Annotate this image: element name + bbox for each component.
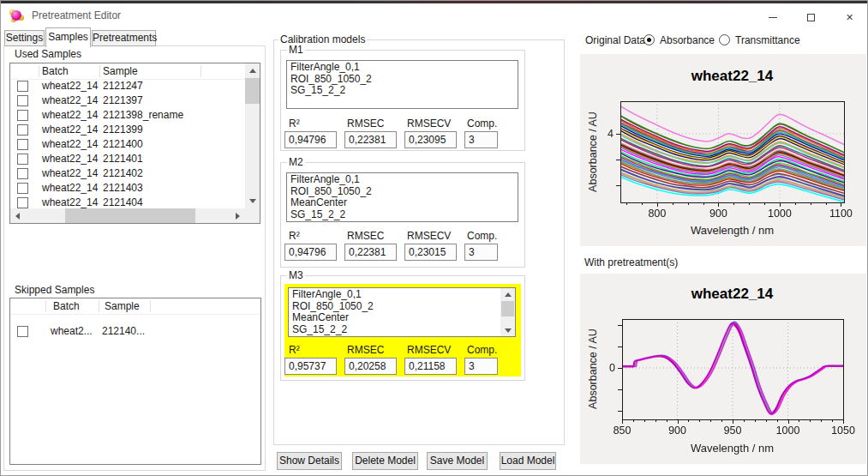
m1-rmsec-value[interactable]: 0,22381 bbox=[344, 131, 397, 148]
table-row[interactable]: wheat22_142121401 bbox=[10, 152, 245, 166]
save-model-button[interactable]: Save Model bbox=[427, 452, 488, 470]
skipped-samples-label: Skipped Samples bbox=[13, 284, 96, 296]
tab-settings[interactable]: Settings bbox=[4, 30, 45, 46]
m2-rmsecv-value[interactable]: 0,23015 bbox=[404, 244, 457, 261]
model-m3-pretreatment-list[interactable]: FilterAngle_0,1ROI_850_1050_2MeanCenterS… bbox=[288, 287, 516, 337]
minimize-icon bbox=[769, 17, 777, 18]
skipped-samples-header: Batch Sample bbox=[10, 298, 260, 314]
row-checkbox[interactable] bbox=[17, 326, 28, 337]
original-data-label: Original Data bbox=[585, 34, 645, 46]
used-samples-list[interactable]: Batch Sample wheat22_142121247wheat22_14… bbox=[9, 63, 260, 224]
show-details-button[interactable]: Show Details bbox=[277, 452, 342, 470]
model-m2-pretreatment-list[interactable]: FilterAngle_0,1ROI_850_1050_2MeanCenterS… bbox=[286, 172, 518, 222]
tab-pretreatments[interactable]: Pretreatments bbox=[92, 30, 156, 46]
transmittance-radio[interactable] bbox=[719, 34, 730, 45]
hscroll-thumb[interactable] bbox=[65, 208, 195, 223]
titlebar[interactable]: Pretreatment Editor ✕ bbox=[1, 3, 867, 27]
skipped-samples-rows: wheat2...212140... bbox=[10, 321, 260, 464]
sample-cell: 2121399 bbox=[103, 123, 143, 137]
sample-cell: 2121401 bbox=[103, 152, 143, 166]
rmsec-label: RMSEC bbox=[347, 117, 384, 130]
scroll-down-button[interactable] bbox=[500, 324, 515, 336]
batch-cell: wheat22_14 bbox=[42, 181, 98, 196]
m3-comp-value[interactable]: 3 bbox=[464, 358, 498, 375]
original-spectra-plot bbox=[601, 95, 858, 224]
batch-cell: wheat22_14 bbox=[42, 93, 98, 108]
absorbance-radio-label[interactable]: Absorbance bbox=[660, 34, 715, 46]
r2-label: R² bbox=[289, 117, 300, 130]
row-checkbox[interactable] bbox=[17, 183, 28, 194]
batch-cell: wheat22_14 bbox=[42, 166, 98, 181]
rmsecv-label: RMSECV bbox=[407, 344, 451, 356]
table-row[interactable]: wheat22_142121402 bbox=[10, 166, 245, 181]
row-checkbox[interactable] bbox=[17, 139, 28, 150]
row-checkbox[interactable] bbox=[17, 124, 28, 136]
row-checkbox[interactable] bbox=[17, 81, 28, 92]
minimize-button[interactable] bbox=[753, 6, 792, 29]
m3-rmsecv-value[interactable]: 0,21158 bbox=[404, 358, 457, 375]
rmsec-label: RMSEC bbox=[347, 344, 384, 356]
model-m1-pretreatment-list[interactable]: FilterAngle_0,1ROI_850_1050_2SG_15_2_2 bbox=[286, 60, 518, 109]
skipped-samples-list[interactable]: Batch Sample wheat2...212140... bbox=[9, 298, 261, 465]
m3-r2-value[interactable]: 0,95737 bbox=[284, 358, 337, 375]
comp-label: Comp. bbox=[467, 117, 497, 130]
arrow-right-icon bbox=[236, 213, 240, 220]
table-row[interactable]: wheat22_142121403 bbox=[10, 181, 245, 196]
pretreated-data-chart: wheat22_14 Absorbance / AU Wavelength / … bbox=[580, 274, 866, 464]
arrow-down-icon bbox=[505, 328, 512, 333]
m1-rmsecv-value[interactable]: 0,23095 bbox=[404, 131, 457, 148]
batch-cell: wheat22_14 bbox=[42, 137, 98, 152]
absorbance-radio[interactable] bbox=[644, 34, 655, 45]
rmsecv-label: RMSECV bbox=[407, 230, 451, 242]
row-checkbox[interactable] bbox=[17, 110, 28, 121]
used-samples-label: Used Samples bbox=[13, 48, 83, 60]
row-checkbox[interactable] bbox=[17, 168, 28, 179]
column-header-batch: Batch bbox=[42, 65, 69, 77]
delete-model-button[interactable]: Delete Model bbox=[352, 452, 418, 470]
m2-comp-value[interactable]: 3 bbox=[464, 244, 498, 261]
y-axis-label: Absorbance / AU bbox=[587, 83, 599, 220]
m2-r2-value[interactable]: 0,94796 bbox=[284, 244, 337, 261]
m3-list-vscrollbar[interactable] bbox=[500, 288, 515, 336]
used-list-vscrollbar[interactable] bbox=[245, 63, 260, 208]
batch-cell: wheat22_14 bbox=[42, 123, 98, 137]
transmittance-radio-label[interactable]: Transmittance bbox=[735, 34, 800, 46]
scroll-up-button[interactable] bbox=[245, 63, 260, 78]
scroll-left-button[interactable] bbox=[10, 208, 25, 223]
sample-cell: 2121398_rename bbox=[103, 108, 183, 123]
row-checkbox[interactable] bbox=[17, 154, 28, 165]
arrow-left-icon bbox=[15, 213, 20, 220]
comp-label: Comp. bbox=[467, 230, 497, 242]
vscroll-thumb[interactable] bbox=[501, 301, 514, 316]
table-row[interactable]: wheat2...212140... bbox=[10, 324, 260, 339]
vscroll-thumb[interactable] bbox=[245, 78, 260, 104]
column-header-sample: Sample bbox=[103, 65, 138, 77]
arrow-up-icon bbox=[249, 69, 256, 73]
row-checkbox[interactable] bbox=[17, 95, 28, 106]
arrow-up-icon bbox=[505, 292, 512, 297]
m2-rmsec-value[interactable]: 0,22381 bbox=[344, 244, 397, 261]
sample-cell: 2121400 bbox=[103, 137, 143, 152]
close-button[interactable]: ✕ bbox=[830, 6, 868, 29]
tab-samples[interactable]: Samples bbox=[45, 27, 91, 47]
table-row[interactable]: wheat22_142121400 bbox=[10, 137, 245, 152]
row-checkbox[interactable] bbox=[17, 197, 28, 208]
m3-rmsec-value[interactable]: 0,20258 bbox=[344, 358, 397, 375]
sample-cell: 2121402 bbox=[103, 166, 143, 181]
used-list-hscrollbar[interactable] bbox=[10, 208, 245, 223]
model-m2-name: M2 bbox=[287, 156, 305, 168]
maximize-button[interactable] bbox=[792, 6, 830, 29]
scroll-right-button[interactable] bbox=[230, 208, 245, 223]
m1-r2-value[interactable]: 0,94796 bbox=[284, 131, 337, 148]
batch-cell: wheat22_14 bbox=[42, 108, 98, 123]
table-row[interactable]: wheat22_142121247 bbox=[10, 79, 245, 93]
scroll-down-button[interactable] bbox=[245, 194, 260, 208]
batch-cell: wheat22_14 bbox=[42, 79, 98, 93]
table-row[interactable]: wheat22_142121399 bbox=[10, 123, 245, 137]
load-model-button[interactable]: Load Model bbox=[500, 452, 556, 470]
window-title: Pretreatment Editor bbox=[32, 9, 121, 21]
scroll-up-button[interactable] bbox=[500, 288, 515, 300]
table-row[interactable]: wheat22_142121397 bbox=[10, 93, 245, 108]
table-row[interactable]: wheat22_142121398_rename bbox=[10, 108, 245, 123]
m1-comp-value[interactable]: 3 bbox=[464, 131, 498, 148]
